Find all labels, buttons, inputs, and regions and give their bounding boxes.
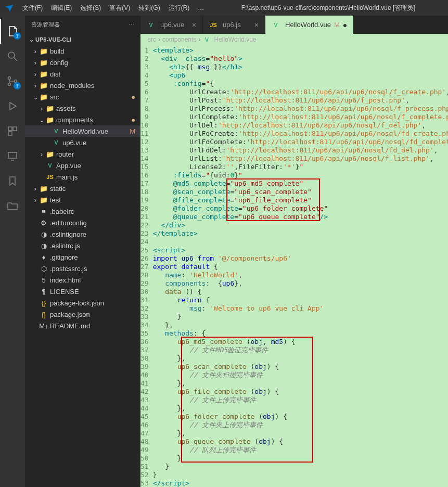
file-type-icon: ♦ [40, 253, 48, 261]
tree-folder[interactable]: ⌄📁src● [25, 91, 140, 102]
close-icon[interactable]: ● [343, 21, 347, 29]
tree-item-label: test [50, 196, 61, 204]
file-type-icon: ◑ [40, 230, 48, 238]
file-type-icon: 📁 [46, 104, 54, 112]
menu-goto[interactable]: 转到(G) [134, 4, 164, 12]
tab-label: up6.js [223, 21, 241, 29]
tree-item-label: build [50, 47, 64, 55]
tree-file[interactable]: ♦.gitignore [25, 251, 140, 263]
menu-more[interactable]: … [194, 4, 208, 11]
chevron-right-icon: › [197, 36, 201, 43]
chevron-icon: › [31, 70, 40, 78]
tree-item-label: App.vue [56, 162, 81, 170]
tree-folder[interactable]: ⌄📁components● [25, 114, 140, 125]
tree-item-label: .postcssrc.js [50, 265, 87, 273]
tab-label: HelloWorld.vue [285, 21, 331, 29]
chevron-icon: › [37, 150, 46, 158]
tree-file[interactable]: ⚙.editorconfig [25, 217, 140, 228]
tree-folder[interactable]: ›📁config [25, 57, 140, 68]
explorer-header[interactable]: ⌄ UP6-VUE-CLI [25, 34, 140, 45]
modified-badge: M [130, 127, 140, 135]
breadcrumb[interactable]: src › components › V HelloWorld.vue [140, 34, 448, 45]
extensions-icon[interactable] [0, 119, 25, 144]
close-icon[interactable]: × [254, 21, 259, 29]
titlebar: 文件(F) 编辑(E) 选择(S) 查看(V) 转到(G) 运行(R) … F:… [0, 0, 448, 16]
chevron-icon: ⌄ [31, 93, 40, 101]
svg-rect-6 [13, 127, 17, 131]
file-type-icon: 📁 [40, 184, 48, 193]
sidebar-more-icon[interactable]: ⋯ [129, 21, 134, 28]
editor-tab[interactable]: JSup6.js× [203, 16, 265, 34]
chevron-right-icon: › [157, 36, 161, 43]
file-type-icon: M↓ [40, 322, 48, 330]
tree-item-label: HelloWorld.vue [62, 127, 108, 135]
file-type-icon: ≡ [40, 207, 48, 215]
tree-file[interactable]: ⬡.postcssrc.js [25, 263, 140, 274]
file-type-icon: V [52, 127, 60, 135]
folder-icon[interactable] [0, 194, 25, 219]
tree-folder[interactable]: ›📁router [25, 148, 140, 160]
tree-item-label: node_modules [50, 82, 94, 89]
breadcrumb-item[interactable]: HelloWorld.vue [214, 36, 256, 43]
bookmark-icon[interactable] [0, 169, 25, 194]
menu-view[interactable]: 查看(V) [105, 4, 134, 12]
editor-tab[interactable]: VHelloWorld.vue M● [265, 16, 354, 34]
code-lines[interactable]: <template> <div class="hello"> <h1>{{ ms… [153, 45, 448, 487]
svg-point-2 [8, 77, 11, 80]
svg-line-1 [14, 58, 17, 61]
tree-item-label: LICENSE [50, 288, 79, 296]
tree-item-label: main.js [56, 173, 78, 181]
file-type-icon: 📁 [40, 47, 48, 55]
tree-item-label: .eslintrc.js [50, 242, 80, 250]
explorer-icon[interactable]: 1 [0, 19, 25, 44]
search-icon[interactable] [0, 44, 25, 69]
tree-file[interactable]: M↓README.md [25, 320, 140, 331]
tree-file[interactable]: ◑.eslintrc.js [25, 240, 140, 251]
tree-file[interactable]: JSmain.js [25, 171, 140, 183]
tree-file[interactable]: ≡.babelrc [25, 206, 140, 217]
file-type-icon: V [147, 21, 155, 29]
line-gutter: 1 2 3 4 5 6 7 8 9 10 11 12 13 14 15 16 1… [140, 45, 153, 487]
menu-edit[interactable]: 编辑(E) [47, 4, 76, 12]
svg-rect-5 [8, 127, 12, 131]
tree-folder[interactable]: ›📁static [25, 183, 140, 194]
tree-folder[interactable]: ›📁test [25, 194, 140, 206]
tree-item-label: assets [56, 105, 76, 112]
file-type-icon: 📁 [46, 116, 54, 124]
tree-file[interactable]: VApp.vue [25, 160, 140, 171]
menu-select[interactable]: 选择(S) [76, 4, 105, 12]
tree-folder[interactable]: ›📁assets [25, 102, 140, 114]
tree-item-label: .gitignore [50, 253, 78, 261]
file-type-icon: 5 [40, 276, 48, 284]
tree-file[interactable]: {}package.json [25, 309, 140, 320]
svg-point-0 [8, 52, 15, 58]
code-editor[interactable]: 1 2 3 4 5 6 7 8 9 10 11 12 13 14 15 16 1… [140, 45, 448, 487]
close-icon[interactable]: × [192, 21, 196, 29]
debug-icon[interactable] [0, 94, 25, 119]
tree-file[interactable]: 5index.html [25, 274, 140, 286]
highlight-box [181, 337, 313, 463]
tree-folder[interactable]: ›📁node_modules [25, 80, 140, 91]
editor-tab[interactable]: Vup6.vue× [140, 16, 203, 34]
tree-folder[interactable]: ›📁build [25, 45, 140, 57]
remote-icon[interactable] [0, 144, 25, 169]
tree-file[interactable]: ◑.eslintignore [25, 228, 140, 240]
file-tree: ›📁build›📁config›📁dist›📁node_modules⌄📁src… [25, 45, 140, 487]
tree-item-label: README.md [50, 322, 90, 330]
tree-item-label: components [56, 116, 93, 124]
window-title: F:\asp.net\up6-vue-cli\src\components\He… [208, 4, 448, 12]
explorer-badge: 1 [14, 32, 21, 40]
menu-file[interactable]: 文件(F) [18, 4, 47, 12]
breadcrumb-item[interactable]: src [148, 36, 156, 43]
tree-file[interactable]: Vup6.vue [25, 137, 140, 148]
menu-run[interactable]: 运行(R) [164, 4, 194, 12]
file-type-icon: V [46, 161, 54, 170]
breadcrumb-item[interactable]: components [162, 36, 196, 43]
file-type-icon: 📁 [40, 93, 48, 101]
tree-file[interactable]: {}package-lock.json [25, 297, 140, 309]
sidebar-title-label: 资源管理器 [31, 21, 60, 29]
source-control-icon[interactable]: 1 [0, 69, 25, 94]
tree-file[interactable]: VHelloWorld.vueM [25, 125, 140, 137]
tree-folder[interactable]: ›📁dist [25, 68, 140, 80]
tree-file[interactable]: ¶LICENSE [25, 286, 140, 297]
